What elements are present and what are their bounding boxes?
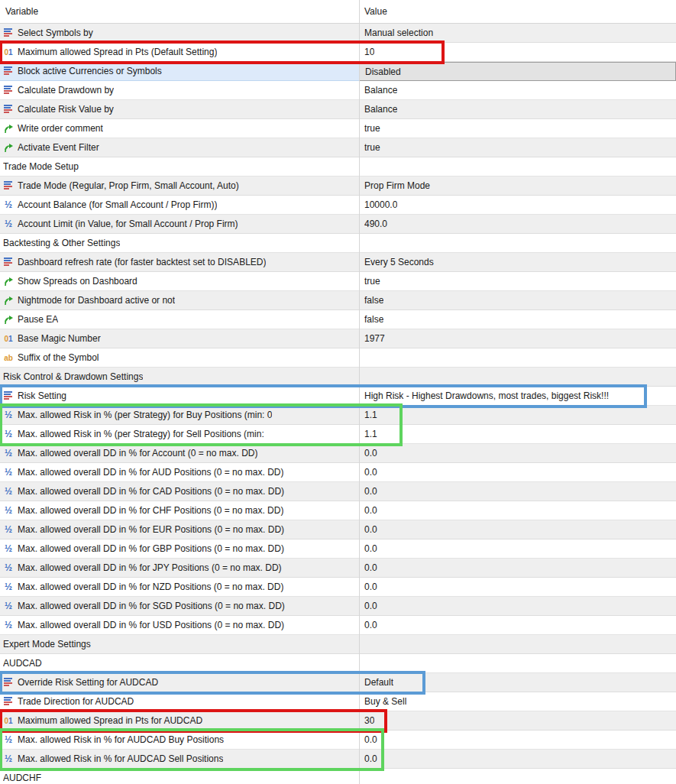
value-cell[interactable]: true bbox=[359, 119, 676, 138]
table-row[interactable]: Pause EAfalse bbox=[0, 310, 676, 329]
double-type-icon: ½ bbox=[2, 734, 15, 745]
table-row[interactable]: ½Account Limit (in Value, for Small Acco… bbox=[0, 215, 676, 234]
double-type-icon: ½ bbox=[2, 543, 15, 554]
section-row[interactable]: Risk Control & Drawdown Settings bbox=[0, 368, 676, 387]
section-label: AUDCHF bbox=[3, 773, 41, 783]
variable-label: Trade Direction for AUDCAD bbox=[18, 696, 134, 707]
value-cell[interactable]: true bbox=[359, 138, 676, 157]
table-row[interactable]: Dashboard refresh rate (for faster backt… bbox=[0, 253, 676, 272]
value-cell[interactable]: Balance bbox=[359, 100, 676, 118]
value-cell[interactable]: 0.0 bbox=[359, 539, 676, 558]
table-row[interactable]: ½Max. allowed overall DD in % for GBP Po… bbox=[0, 539, 676, 559]
value-cell[interactable] bbox=[359, 654, 676, 672]
table-row[interactable]: abSuffix of the Symbol bbox=[0, 348, 676, 368]
variable-label: Maximum allowed Spread in Pts (Default S… bbox=[18, 47, 217, 57]
section-row[interactable]: Expert Mode Settings bbox=[0, 635, 676, 654]
value-text: High Risk - Highest Drawdowns, most trad… bbox=[364, 390, 609, 401]
variable-label: Max. allowed overall DD in % for EUR Pos… bbox=[18, 524, 284, 535]
value-cell[interactable]: 0.0 bbox=[359, 750, 676, 768]
value-cell[interactable]: false bbox=[359, 310, 676, 329]
variable-cell: ½Max. allowed overall DD in % for NZD Po… bbox=[0, 578, 359, 596]
variable-label: Suffix of the Symbol bbox=[18, 352, 99, 363]
table-row[interactable]: 01Base Magic Number1977 bbox=[0, 329, 676, 348]
value-cell[interactable] bbox=[359, 157, 676, 176]
table-row[interactable]: Write order commenttrue bbox=[0, 119, 676, 138]
variable-cell: 01Maximum allowed Spread in Pts for AUDC… bbox=[0, 711, 359, 730]
value-cell[interactable] bbox=[359, 769, 676, 784]
table-row[interactable]: ½Max. allowed Risk in % for AUDCAD Buy P… bbox=[0, 731, 676, 750]
section-row[interactable]: Trade Mode Setup bbox=[0, 157, 676, 177]
table-row[interactable]: ½Max. allowed overall DD in % for SGD Po… bbox=[0, 597, 676, 616]
value-cell[interactable]: 0.0 bbox=[359, 520, 676, 539]
value-cell[interactable]: 10 bbox=[359, 43, 676, 61]
table-row[interactable]: Select Symbols byManual selection bbox=[0, 24, 676, 43]
value-cell[interactable]: Prop Firm Mode bbox=[359, 177, 676, 195]
value-cell[interactable] bbox=[359, 635, 676, 653]
section-row[interactable]: AUDCAD bbox=[0, 654, 676, 673]
value-cell[interactable] bbox=[359, 348, 676, 367]
table-row[interactable]: ½Max. allowed Risk in % (per Strategy) f… bbox=[0, 425, 676, 444]
table-row[interactable]: Calculate Drawdown byBalance bbox=[0, 81, 676, 100]
value-cell[interactable]: 1.1 bbox=[359, 425, 676, 443]
value-cell[interactable]: 0.0 bbox=[359, 559, 676, 577]
variable-label: Base Magic Number bbox=[18, 333, 101, 344]
variable-label: Max. allowed overall DD in % for CAD Pos… bbox=[18, 486, 284, 497]
variable-cell: Trade Mode Setup bbox=[0, 157, 359, 176]
table-row[interactable]: ½Max. allowed overall DD in % for USD Po… bbox=[0, 616, 676, 635]
table-row[interactable]: ½Max. allowed Risk in % (per Strategy) f… bbox=[0, 406, 676, 425]
value-cell[interactable]: 0.0 bbox=[359, 597, 676, 615]
variable-cell: Override Risk Setting for AUDCAD bbox=[0, 673, 359, 692]
section-row[interactable]: AUDCHF bbox=[0, 769, 676, 784]
value-cell[interactable]: High Risk - Highest Drawdowns, most trad… bbox=[359, 387, 676, 405]
table-row[interactable]: ½Max. allowed overall DD in % for NZD Po… bbox=[0, 578, 676, 597]
table-row[interactable]: ½Max. allowed overall DD in % for CHF Po… bbox=[0, 501, 676, 520]
section-row[interactable]: Backtesting & Other Settings bbox=[0, 234, 676, 253]
variable-label: Select Symbols by bbox=[18, 28, 93, 38]
table-row[interactable]: 01Maximum allowed Spread in Pts (Default… bbox=[0, 43, 676, 62]
table-row[interactable]: Show Spreads on Dashboardtrue bbox=[0, 272, 676, 291]
variable-cell: Select Symbols by bbox=[0, 24, 359, 42]
value-text: 10000.0 bbox=[364, 199, 397, 210]
value-cell[interactable]: 30 bbox=[359, 711, 676, 730]
table-row[interactable]: Trade Mode (Regular, Prop Firm, Small Ac… bbox=[0, 177, 676, 196]
table-row[interactable]: Nightmode for Dashboard active or notfal… bbox=[0, 291, 676, 310]
value-cell[interactable]: 490.0 bbox=[359, 215, 676, 233]
table-row[interactable]: Block active Currencies or SymbolsDisabl… bbox=[0, 62, 676, 81]
value-cell[interactable]: Disabled bbox=[359, 62, 676, 81]
variable-cell: ½Max. allowed Risk in % (per Strategy) f… bbox=[0, 406, 359, 424]
value-cell[interactable]: Balance bbox=[359, 81, 676, 99]
value-cell[interactable]: Default bbox=[359, 673, 676, 692]
value-cell[interactable]: 0.0 bbox=[359, 616, 676, 634]
value-cell[interactable]: 1.1 bbox=[359, 406, 676, 424]
double-type-icon: ½ bbox=[2, 467, 15, 478]
table-row[interactable]: Trade Direction for AUDCADBuy & Sell bbox=[0, 692, 676, 711]
table-row[interactable]: Calculate Risk Value byBalance bbox=[0, 100, 676, 119]
table-row[interactable]: ½Max. allowed overall DD in % for JPY Po… bbox=[0, 559, 676, 578]
table-row[interactable]: ½Max. allowed overall DD in % for EUR Po… bbox=[0, 520, 676, 539]
value-cell[interactable]: Manual selection bbox=[359, 24, 676, 42]
value-cell[interactable]: Every 5 Seconds bbox=[359, 253, 676, 271]
value-cell[interactable]: 0.0 bbox=[359, 578, 676, 596]
table-row[interactable]: ½Max. allowed overall DD in % for CAD Po… bbox=[0, 482, 676, 501]
value-cell[interactable] bbox=[359, 234, 676, 252]
value-cell[interactable]: 0.0 bbox=[359, 444, 676, 462]
table-row[interactable]: 01Maximum allowed Spread in Pts for AUDC… bbox=[0, 711, 676, 731]
table-row[interactable]: ½Account Balance (for Small Account / Pr… bbox=[0, 196, 676, 215]
value-cell[interactable]: 0.0 bbox=[359, 731, 676, 749]
value-cell[interactable]: 0.0 bbox=[359, 463, 676, 481]
table-row[interactable]: ½Max. allowed overall DD in % for AUD Po… bbox=[0, 463, 676, 482]
value-cell[interactable]: Buy & Sell bbox=[359, 692, 676, 711]
table-row[interactable]: Activate Event Filtertrue bbox=[0, 138, 676, 157]
table-row[interactable]: ½Max. allowed Risk in % for AUDCAD Sell … bbox=[0, 750, 676, 769]
table-row[interactable]: Override Risk Setting for AUDCADDefault bbox=[0, 673, 676, 692]
value-cell[interactable]: false bbox=[359, 291, 676, 309]
value-cell[interactable]: 0.0 bbox=[359, 501, 676, 520]
table-row[interactable]: ½Max. allowed overall DD in % for Accoun… bbox=[0, 444, 676, 463]
value-cell[interactable]: 10000.0 bbox=[359, 196, 676, 214]
value-cell[interactable]: 1977 bbox=[359, 329, 676, 348]
value-cell[interactable]: 0.0 bbox=[359, 482, 676, 501]
table-row[interactable]: Risk SettingHigh Risk - Highest Drawdown… bbox=[0, 387, 676, 406]
string-type-icon: ab bbox=[2, 352, 15, 363]
value-cell[interactable]: true bbox=[359, 272, 676, 290]
value-cell[interactable] bbox=[359, 368, 676, 386]
